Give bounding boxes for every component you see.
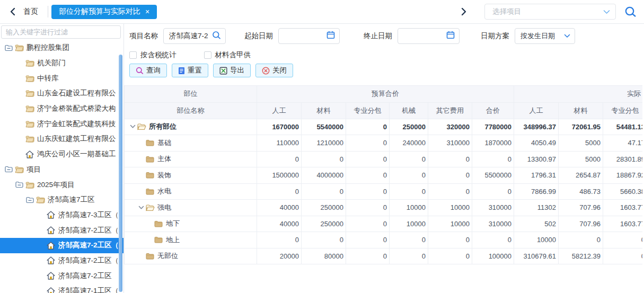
- value-cell: 0: [472, 183, 514, 200]
- search-icon[interactable]: [212, 31, 221, 41]
- tab-close-icon[interactable]: ×: [145, 7, 149, 16]
- value-cell: 58212.39: [559, 248, 603, 264]
- expand-chevron-icon[interactable]: [137, 206, 145, 210]
- part-name-cell[interactable]: 基础: [125, 135, 257, 152]
- part-name-label: 强电: [157, 203, 171, 212]
- collapse-toggle-icon[interactable]: [4, 165, 13, 174]
- value-cell: 0: [472, 151, 514, 167]
- material-supplied-checkbox[interactable]: [204, 51, 211, 59]
- tree-item[interactable]: 鸿庆公司小区一期基础工: [0, 147, 123, 162]
- table-row[interactable]: 水电0000007866.99486.735660.38: [125, 183, 643, 200]
- tree-item[interactable]: 济邹高速7-2工区（: [0, 238, 123, 253]
- part-name-cell[interactable]: 主体: [125, 151, 257, 167]
- tree-item[interactable]: 济邹高速7-2工区: [0, 268, 123, 283]
- tree-item[interactable]: 济邹高速7-2工区（: [0, 223, 123, 238]
- value-cell: 5660.38: [603, 183, 642, 200]
- table-row[interactable]: 装饰1500000400000000055000001796.312654.87…: [125, 167, 643, 184]
- document-icon: [178, 67, 185, 75]
- tree-item[interactable]: 济邹高速7-3工区（: [0, 208, 123, 223]
- column-header: 人工: [514, 102, 559, 119]
- value-cell: 5500000: [472, 167, 514, 184]
- project-name-input[interactable]: [169, 32, 212, 40]
- value-cell: 13300.97: [514, 151, 559, 167]
- tax-included-checkbox[interactable]: [129, 51, 137, 59]
- value-cell: 0: [346, 232, 390, 248]
- tab-active[interactable]: 部位分解预算与实际对比 ×: [51, 5, 157, 19]
- sidebar-scrollbar[interactable]: [119, 55, 122, 292]
- collapse-toggle-icon[interactable]: [25, 196, 34, 204]
- end-date-field[interactable]: [398, 28, 460, 44]
- reset-button[interactable]: 重置: [172, 64, 208, 77]
- part-name-cell[interactable]: 所有部位: [125, 119, 257, 135]
- tree-item[interactable]: 济邹高速7-2工区（: [0, 253, 123, 269]
- tree-filter-input[interactable]: [1, 25, 121, 39]
- value-cell: 4050.49: [514, 135, 559, 152]
- tree-item[interactable]: 山东金石建设工程有限公: [0, 86, 123, 101]
- back-chevron-icon[interactable]: [6, 6, 18, 17]
- end-date-input[interactable]: [403, 32, 446, 40]
- part-name-cell[interactable]: 强电: [125, 200, 257, 216]
- expand-chevron-icon[interactable]: [129, 125, 136, 129]
- tree-item[interactable]: 机关部门: [0, 56, 123, 71]
- global-search-icon[interactable]: [624, 6, 637, 18]
- collapse-toggle-icon[interactable]: [15, 181, 23, 189]
- table-row[interactable]: 强电400002500000100001000031000011302707.9…: [125, 200, 643, 216]
- date-scheme-select[interactable]: 按发生日期: [515, 28, 575, 44]
- calendar-icon[interactable]: [446, 31, 455, 41]
- column-header: 合价: [472, 102, 514, 119]
- tree-item-label: 山东金石建设工程有限公: [37, 88, 116, 98]
- table-row[interactable]: 主体00000013300.97500028301.89: [125, 151, 643, 167]
- start-date-input[interactable]: [284, 32, 327, 40]
- start-date-field[interactable]: [278, 28, 340, 44]
- chevron-down-icon[interactable]: [564, 32, 570, 40]
- collapse-toggle-icon[interactable]: [4, 43, 13, 52]
- part-name-cell[interactable]: 无部位: [125, 248, 257, 264]
- value-cell: 4000000: [302, 167, 346, 184]
- tree-item[interactable]: 项目: [0, 162, 123, 177]
- query-button[interactable]: 查询: [129, 64, 167, 77]
- tree-item[interactable]: 济宁金虹装配式建筑科技: [0, 116, 123, 131]
- part-name-label: 主体: [157, 154, 171, 164]
- export-button[interactable]: 导出: [213, 64, 251, 77]
- tree-item[interactable]: 山东庆虹建筑工程有限公: [0, 131, 123, 147]
- tree-item-label: 济邹高速7-3工区（: [58, 210, 119, 220]
- tax-included-label[interactable]: 按含税统计: [140, 50, 177, 60]
- table-row[interactable]: 基础1100001210000024000031000018700004050.…: [125, 135, 643, 152]
- chevron-down-icon[interactable]: [603, 8, 610, 16]
- table-row[interactable]: 无部位2000080000000100000310679.6158212.390: [125, 248, 643, 264]
- tree-item[interactable]: 鹏程控股集团: [0, 40, 123, 56]
- table-row[interactable]: 所有部位167000055400000250000320000778000034…: [125, 119, 643, 135]
- value-cell: 40000: [257, 200, 302, 216]
- project-select[interactable]: 选择项目: [484, 4, 616, 20]
- tree-item[interactable]: 济邹高速7工区: [0, 192, 123, 208]
- house-icon: [47, 211, 56, 219]
- search-icon: [136, 67, 144, 75]
- table-row[interactable]: 地下4000025000001000010000310000502707.961…: [125, 216, 643, 232]
- value-cell: 0: [346, 119, 390, 135]
- material-supplied-label[interactable]: 材料含甲供: [215, 50, 251, 60]
- part-name-cell[interactable]: 地下: [125, 216, 257, 232]
- tree-item-label: 济宁金虹装配式建筑科技: [37, 119, 116, 129]
- house-icon: [47, 256, 56, 265]
- value-cell: 0: [390, 248, 428, 264]
- part-name-cell[interactable]: 水电: [125, 183, 257, 200]
- tree-item[interactable]: 2025年项目: [0, 177, 123, 192]
- tree-item[interactable]: 济宁金桥装配式桥梁大构: [0, 101, 123, 117]
- part-name-cell[interactable]: 装饰: [125, 167, 257, 184]
- value-cell: 0: [472, 232, 514, 248]
- part-name-cell[interactable]: 地上: [125, 232, 257, 248]
- close-button[interactable]: 关闭: [255, 64, 293, 77]
- calendar-icon[interactable]: [327, 31, 335, 41]
- table-row[interactable]: 地上0000001000000: [125, 232, 643, 248]
- project-name-field[interactable]: [163, 28, 226, 44]
- button-label: 重置: [188, 66, 202, 75]
- tab-home[interactable]: 首页: [23, 7, 38, 16]
- value-cell: 10000: [428, 200, 472, 216]
- tree-item-label: 2025年项目: [37, 180, 75, 190]
- forward-chevron-icon[interactable]: [458, 6, 470, 17]
- group-header-budget: 预算合价: [257, 86, 514, 102]
- tree-item[interactable]: 济邹高速7-1工区（: [0, 283, 123, 293]
- value-cell: 0: [390, 151, 428, 167]
- tree-item[interactable]: 中转库: [0, 70, 123, 86]
- tree-item-label: 济邹高速7-2工区（: [58, 256, 119, 265]
